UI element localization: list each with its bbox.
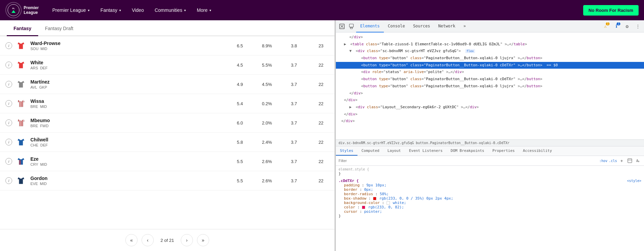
player-name-2: Martínez (30, 79, 232, 85)
css-property[interactable]: padding (339, 183, 360, 187)
first-page-button[interactable]: « (125, 234, 138, 246)
css-value[interactable]: 9px 10px; (366, 183, 387, 187)
warning-badge[interactable]: ⚠ 1 (601, 22, 610, 31)
filter-input[interactable] (339, 159, 598, 163)
last-page-button[interactable]: » (197, 234, 209, 246)
dom-line[interactable]: </div> (336, 111, 644, 118)
dom-line[interactable]: ▶ <div class="Layout__Secondary-eg6k6r-2… (336, 104, 644, 111)
css-rule-source[interactable]: <style> (627, 179, 641, 183)
color-swatch-white[interactable] (387, 201, 390, 205)
panel-tab-layout[interactable]: Layout (383, 146, 405, 156)
css-value[interactable]: pointer; (364, 209, 382, 214)
info-badge[interactable]: ℹ 1 (612, 22, 621, 31)
css-property[interactable]: color (339, 205, 355, 209)
dom-line[interactable]: ▼ <div class="sc-bdnxRM sc-gtsrHT eVZJvz… (336, 48, 644, 55)
section-tabs: Fantasy Fantasy Draft (0, 20, 335, 36)
panel-tab-properties[interactable]: Properties (488, 146, 519, 156)
info-icon-6[interactable]: i (5, 158, 12, 165)
player-tags-7: EVE MID (30, 182, 232, 186)
nav-premier-league[interactable]: Premier League ▾ (47, 0, 95, 20)
dom-line-selected[interactable]: <button type="button" class="PaginatorBu… (336, 62, 644, 69)
player-info-1: White ARS DEF (30, 60, 232, 70)
panel-tab-styles[interactable]: Styles (336, 146, 357, 156)
dt-tab-more[interactable]: » (460, 20, 470, 32)
dom-line[interactable]: </div> (336, 97, 644, 104)
panel-tab-computed[interactable]: Computed (357, 146, 383, 156)
dom-line[interactable]: ▶ <table class="Table-ziussd-1 ElementTa… (336, 41, 644, 48)
css-value[interactable]: rgb(233, 0, 82); (368, 205, 404, 209)
dom-line[interactable]: <button type="button" class="PaginatorBu… (336, 83, 644, 90)
dt-tab-elements[interactable]: Elements (356, 20, 384, 32)
next-page-button[interactable]: › (181, 234, 193, 246)
more-options-icon[interactable]: ⋮ (633, 22, 643, 31)
player-shirt-3 (15, 97, 27, 110)
filter-add-icon[interactable]: + (618, 157, 625, 164)
nav-video[interactable]: Video (126, 0, 149, 20)
player-pts-1: 22 (313, 63, 329, 68)
info-icon-1[interactable]: i (5, 62, 12, 68)
tab-fantasy-draft[interactable]: Fantasy Draft (38, 20, 80, 36)
player-price-7: 5.5 (232, 178, 248, 183)
css-property[interactable]: border (339, 187, 357, 192)
logo-area[interactable]: PL Premier League (5, 2, 39, 18)
css-property[interactable]: background-color (339, 201, 380, 205)
filter-toggle-icon[interactable] (626, 157, 633, 164)
css-value[interactable]: 50%; (380, 192, 389, 196)
info-icon-4[interactable]: i (5, 119, 12, 126)
css-property[interactable]: border-radius (339, 192, 373, 196)
list-item: i Gordon EVE MID 5.5 2.6% 3.7 (0, 171, 335, 190)
info-icon-3[interactable]: i (5, 100, 12, 107)
css-value[interactable]: white; (393, 201, 406, 205)
dt-tab-console[interactable]: Console (384, 20, 409, 32)
player-sel-2: 4.5% (259, 82, 275, 87)
dom-line[interactable]: </div> (336, 34, 644, 41)
dt-tab-network[interactable]: Network (434, 20, 460, 32)
element-style-selector[interactable]: element.style { (339, 167, 369, 171)
player-info-6: Eze CRY MID (30, 156, 232, 166)
info-icon-5[interactable]: i (5, 139, 12, 145)
filter-text-icon[interactable]: A a (635, 157, 641, 164)
player-info-2: Martínez AVL GKP (30, 79, 232, 89)
color-swatch-red[interactable] (362, 206, 365, 209)
nav-communities[interactable]: Communities ▾ (149, 0, 192, 20)
panel-tab-dom-breakpoints[interactable]: DOM Breakpoints (447, 146, 488, 156)
color-swatch[interactable] (373, 197, 376, 200)
nav-fantasy[interactable]: Fantasy ▾ (95, 0, 126, 20)
device-toggle-icon[interactable] (347, 22, 356, 31)
css-property[interactable]: cursor (339, 209, 357, 214)
filter-pseudo[interactable]: :hov (599, 159, 608, 163)
panel-tab-accessibility[interactable]: Accessibility (519, 146, 556, 156)
player-form-3: 3.7 (286, 101, 302, 106)
dom-line[interactable]: </div> (336, 90, 644, 97)
nav-more[interactable]: More ▾ (191, 0, 217, 20)
player-pts-6: 22 (313, 159, 329, 164)
player-tags-6: CRY MID (30, 162, 232, 166)
info-icon-7[interactable]: i (5, 177, 12, 184)
filter-cls[interactable]: .cls (609, 159, 617, 163)
dom-line[interactable]: </div> (336, 118, 644, 125)
dom-line[interactable]: <button type="button" class="PaginatorBu… (336, 55, 644, 62)
css-rule-selector[interactable]: .cDdTXr { (339, 179, 359, 183)
player-form-4: 3.7 (286, 120, 302, 126)
inspect-icon[interactable] (337, 22, 347, 31)
panel-tab-event-listeners[interactable]: Event Listeners (405, 146, 446, 156)
player-stats-7: 5.5 2.6% 3.7 22 (232, 178, 329, 183)
player-form-1: 3.7 (286, 63, 302, 68)
list-item: i Ward-Prowse SOU MID 6.5 8.9% 3.8 (0, 36, 335, 55)
player-name-0: Ward-Prowse (30, 41, 232, 46)
css-value[interactable]: rgb(233, 0, 0 / 35%) 0px 2px 4px; (379, 196, 453, 201)
css-value[interactable]: 0px; (364, 187, 373, 192)
info-icon-2[interactable]: i (5, 81, 12, 88)
settings-icon[interactable]: ⚙ (622, 22, 632, 31)
dom-line[interactable]: <div role="status" aria-live="polite" >…… (336, 69, 644, 76)
player-info-3: Wissa BRE MID (30, 98, 232, 109)
info-icon-0[interactable]: i (5, 42, 12, 49)
no-room-racism-cta[interactable]: No Room For Racism (583, 5, 639, 16)
css-property[interactable]: box-shadow (339, 196, 366, 201)
prev-page-button[interactable]: ‹ (142, 234, 154, 246)
dt-tab-sources[interactable]: Sources (409, 20, 434, 32)
player-shirt-6 (15, 155, 27, 167)
tab-fantasy[interactable]: Fantasy (7, 20, 38, 36)
css-rule-cDdTXr: .cDdTXr { <style> padding : 9px 10px; bo… (339, 179, 641, 218)
dom-line[interactable]: <button type="button" class="PaginatorBu… (336, 76, 644, 83)
